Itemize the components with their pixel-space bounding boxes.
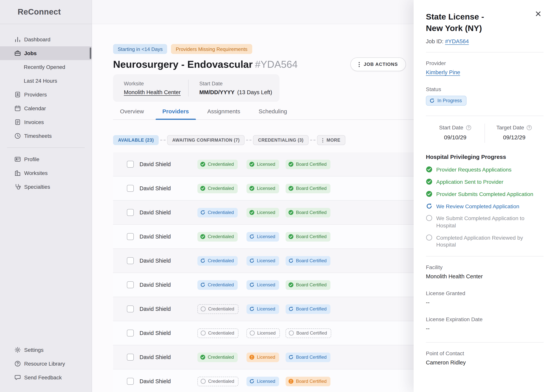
panel-divider — [426, 342, 544, 343]
panel-start-date-value: 09/10/29 — [444, 134, 466, 141]
filter-available-23[interactable]: AVAILABLE (23) — [113, 135, 159, 145]
chat-bubble-icon — [14, 374, 21, 381]
panel-divider — [426, 116, 544, 116]
empty-circle-icon — [289, 330, 294, 336]
status-chip-board-certified: Board Certified — [286, 280, 330, 290]
status-label: Status — [426, 86, 544, 92]
tab-assignments[interactable]: Assignments — [200, 108, 247, 119]
provider-row: David ShieldCredentialedLicensedBoard Ce… — [113, 321, 435, 345]
sidebar-item-label: Jobs — [24, 50, 36, 56]
privileging-progress-title: Hospital Privileging Progress — [426, 154, 544, 160]
row-checkbox[interactable] — [127, 257, 134, 264]
sidebar-item-resource-library[interactable]: Resource Library — [0, 357, 92, 371]
row-checkbox[interactable] — [127, 354, 134, 361]
status-chips: CredentialedLicensedBoard Certified — [197, 183, 330, 193]
row-checkbox[interactable] — [127, 281, 134, 288]
help-icon[interactable] — [465, 125, 471, 131]
filter-credentialing-3[interactable]: CREDENTIALING (3) — [253, 135, 308, 145]
status-chips: CredentialedLicensedBoard Certified — [197, 377, 330, 386]
check-circle-icon — [288, 234, 294, 239]
job-title-row: Neurosurgery - Endovascular#YDA564 JOB A… — [113, 57, 406, 71]
status-chips: CredentialedLicensedBoard Certified — [197, 328, 331, 338]
check-circle-icon — [288, 161, 294, 167]
sidebar-item-dashboard[interactable]: Dashboard — [0, 33, 92, 46]
sidebar-item-timesheets[interactable]: Timesheets — [0, 129, 92, 143]
row-checkbox[interactable] — [127, 329, 134, 336]
sidebar-item-recently-opened[interactable]: Recently Opened — [0, 60, 92, 74]
tab-overview[interactable]: Overview — [113, 108, 151, 119]
providers-table: David ShieldCredentialedLicensedBoard Ce… — [113, 152, 435, 392]
refresh-icon — [249, 306, 254, 312]
status-chip-credentialed: Credentialed — [197, 377, 239, 386]
row-checkbox[interactable] — [127, 209, 134, 216]
status-chip-credentialed: Credentialed — [197, 183, 238, 193]
panel-job-id-link[interactable]: #YDA564 — [445, 38, 469, 45]
status-chip-credentialed: Credentialed — [197, 280, 238, 290]
sidebar-item-worksites[interactable]: Worksites — [0, 166, 92, 180]
status-chip-licensed: Licensed — [247, 352, 279, 362]
refresh-icon — [249, 282, 254, 287]
panel-target-date-value: 09/12/29 — [503, 134, 526, 141]
sidebar-item-label: Last 24 Hours — [24, 78, 57, 84]
filter-connector — [246, 140, 251, 140]
close-panel-button[interactable] — [534, 10, 542, 18]
sidebar-item-specialties[interactable]: Specialties — [0, 180, 92, 194]
status-chip-licensed: Licensed — [247, 328, 280, 338]
provider-link[interactable]: Kimberly Pine — [426, 70, 460, 76]
sidebar-item-label: Settings — [24, 347, 44, 353]
status-chip-licensed: Licensed — [247, 232, 279, 241]
status-chips: CredentialedLicensedBoard Certified — [197, 256, 330, 266]
sidebar-item-profile[interactable]: Profile — [0, 152, 92, 166]
sidebar-item-last-24-hours[interactable]: Last 24 Hours — [0, 74, 92, 88]
row-checkbox[interactable] — [127, 233, 134, 240]
sidebar-item-settings[interactable]: Settings — [0, 343, 92, 357]
license-granted-field: License Granted -- — [426, 290, 544, 306]
provider-label: Provider — [426, 60, 544, 66]
provider-row: David ShieldCredentialedLicensedBoard Ce… — [113, 249, 435, 273]
tab-providers[interactable]: Providers — [155, 108, 196, 119]
check-circle-icon — [426, 166, 432, 173]
kebab-icon — [358, 62, 360, 67]
license-detail-panel: State License - New York (NY) Job ID: #Y… — [414, 0, 552, 392]
sidebar-item-calendar[interactable]: Calendar — [0, 101, 92, 115]
panel-start-date-label: Start Date — [439, 125, 463, 131]
provider-row: David ShieldCredentialedLicensedBoard Ce… — [113, 225, 435, 249]
filter-awaiting-confirmation-7[interactable]: AWAITING CONFIRMATION (7) — [167, 135, 245, 145]
progress-step-application-sent-to-provider: Application Sent to Provider — [426, 178, 544, 185]
help-icon[interactable] — [526, 125, 532, 131]
filter-more[interactable]: MORE — [317, 135, 345, 145]
row-checkbox[interactable] — [127, 378, 134, 385]
status-chip-board-certified: Board Certified — [286, 256, 330, 266]
row-checkbox[interactable] — [127, 185, 134, 192]
status-field: Status In Progress — [426, 86, 544, 106]
worksite-block: Worksite Monolith Health Center — [113, 81, 188, 95]
row-checkbox[interactable] — [127, 161, 134, 168]
row-checkbox[interactable] — [127, 306, 134, 312]
point-of-contact-field: Point of Contact Cameron Ridley — [426, 350, 544, 366]
worksite-link[interactable]: Monolith Health Center — [124, 89, 181, 95]
panel-divider — [426, 52, 544, 53]
provider-name: David Shield — [139, 161, 197, 167]
license-expiration-value: -- — [426, 325, 544, 331]
worksite-label: Worksite — [124, 81, 188, 86]
status-chips: CredentialedLicensedBoard Certified — [197, 208, 330, 217]
sidebar-item-send-feedback[interactable]: Send Feedback — [0, 371, 92, 384]
check-circle-icon — [200, 355, 205, 360]
sidebar-item-jobs[interactable]: Jobs — [0, 46, 92, 60]
provider-name: David Shield — [139, 354, 197, 360]
job-title-text: Neurosurgery - Endovascular — [113, 58, 253, 70]
status-value: In Progress — [437, 98, 462, 104]
status-chip-board-certified: Board Certified — [286, 352, 330, 362]
job-actions-label: JOB ACTIONS — [363, 62, 398, 67]
sidebar-item-invoices[interactable]: Invoices — [0, 115, 92, 129]
job-id: #YDA564 — [255, 58, 298, 70]
status-chips: CredentialedLicensedBoard Certified — [197, 232, 330, 241]
panel-job-id-label: Job ID: — [426, 38, 443, 45]
tab-scheduling[interactable]: Scheduling — [252, 108, 294, 119]
sidebar-item-providers[interactable]: Providers — [0, 88, 92, 101]
sidebar-item-label: Recently Opened — [24, 64, 65, 70]
status-chip-board-certified: Board Certified — [286, 377, 330, 386]
provider-row: David ShieldCredentialedLicensedBoard Ce… — [113, 297, 435, 321]
days-left-note: (13 Days Left) — [237, 89, 272, 95]
job-actions-button[interactable]: JOB ACTIONS — [350, 57, 406, 71]
